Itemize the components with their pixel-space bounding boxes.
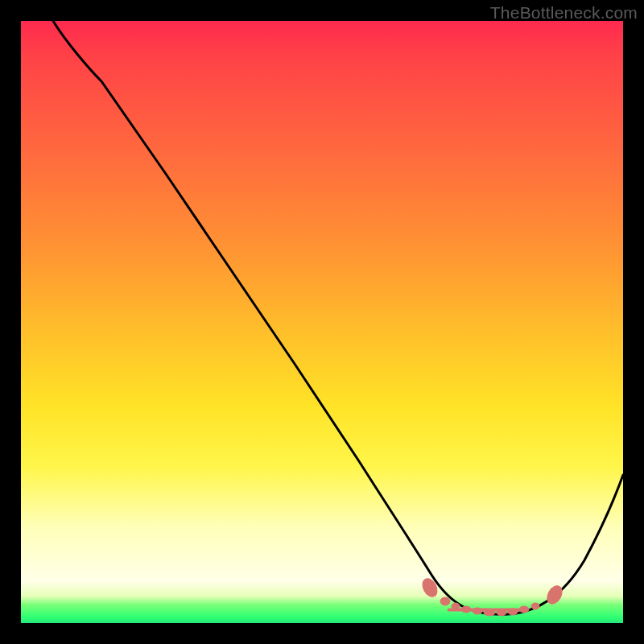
svg-point-10 xyxy=(544,584,565,607)
watermark-text: TheBottleneck.com xyxy=(490,3,638,23)
bottleneck-curve xyxy=(53,21,623,614)
svg-point-0 xyxy=(419,576,440,600)
chart-svg xyxy=(21,21,623,623)
svg-rect-11 xyxy=(448,609,528,611)
svg-point-1 xyxy=(440,597,450,605)
marker-band xyxy=(419,576,565,616)
chart-frame: TheBottleneck.com xyxy=(0,0,644,644)
svg-point-9 xyxy=(531,603,539,609)
